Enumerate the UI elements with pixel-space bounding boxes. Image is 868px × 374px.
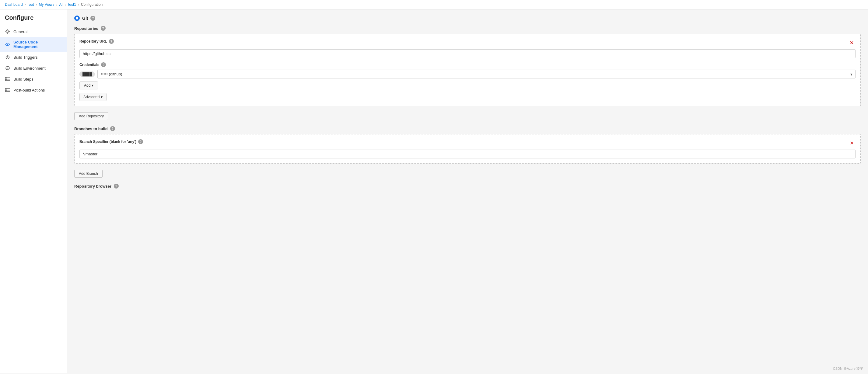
repository-card-inner: Repository URL ? ✕ Credentials ? ████ bbox=[74, 34, 860, 106]
branch-specifier-card-inner: Branch Specifier (blank for 'any') ? ✕ bbox=[74, 134, 860, 163]
add-repository-row: Add Repository bbox=[74, 112, 861, 120]
breadcrumb-all[interactable]: All bbox=[59, 2, 63, 7]
add-branch-row: Add Branch bbox=[74, 170, 861, 177]
breadcrumb: Dashboard › root › My Views › All › test… bbox=[0, 0, 868, 9]
list-icon bbox=[5, 76, 10, 82]
breadcrumb-sep-4: › bbox=[65, 2, 66, 7]
branch-specifier-label: Branch Specifier (blank for 'any') ? bbox=[80, 139, 143, 144]
branch-specifier-help-icon[interactable]: ? bbox=[138, 139, 143, 144]
branches-to-build-section: Branches to build ? Branch Specifier (bl… bbox=[74, 126, 861, 164]
repo-url-help-icon[interactable]: ? bbox=[109, 39, 114, 44]
add-credentials-button[interactable]: Add ▾ bbox=[80, 81, 98, 90]
advanced-chevron-icon: ▾ bbox=[101, 95, 102, 99]
svg-rect-3 bbox=[5, 77, 6, 78]
add-button-row: Add ▾ bbox=[80, 81, 856, 90]
sidebar-scm-label: Source Code Management bbox=[13, 40, 62, 49]
sidebar-item-post-build-actions[interactable]: Post-build Actions bbox=[0, 84, 67, 96]
sidebar-build-steps-label: Build Steps bbox=[13, 77, 33, 81]
breadcrumb-dashboard[interactable]: Dashboard bbox=[5, 2, 23, 7]
add-branch-button[interactable]: Add Branch bbox=[74, 170, 102, 177]
sidebar-post-build-label: Post-build Actions bbox=[13, 88, 45, 93]
watermark: CSDN @Azure 凌宇 bbox=[833, 366, 863, 371]
repo-url-close-button[interactable]: ✕ bbox=[848, 39, 856, 46]
credentials-select-wrapper: ••••• (github) ▾ bbox=[97, 70, 856, 78]
sidebar-item-source-code-management[interactable]: Source Code Management bbox=[0, 37, 67, 52]
sidebar-item-build-environment[interactable]: Build Environment bbox=[0, 63, 67, 74]
breadcrumb-sep-3: › bbox=[56, 2, 58, 7]
git-help-icon[interactable]: ? bbox=[90, 16, 95, 21]
breadcrumb-sep-1: › bbox=[25, 2, 26, 7]
repositories-title-row: Repositories ? bbox=[74, 26, 861, 31]
sidebar: Configure General Source Code Management bbox=[0, 9, 67, 373]
credentials-select[interactable]: ••••• (github) bbox=[97, 70, 856, 78]
sidebar-item-general[interactable]: General bbox=[0, 26, 67, 37]
sidebar-item-build-triggers[interactable]: Build Triggers bbox=[0, 52, 67, 63]
branch-specifier-input[interactable] bbox=[80, 149, 856, 159]
git-label: Git bbox=[82, 16, 88, 21]
branch-specifier-close-button[interactable]: ✕ bbox=[848, 140, 856, 146]
add-repository-button[interactable]: Add Repository bbox=[74, 112, 108, 120]
repo-url-input[interactable] bbox=[80, 49, 856, 58]
credentials-badge: ████ bbox=[80, 71, 95, 77]
globe-icon bbox=[5, 65, 10, 71]
branch-specifier-field-row: Branch Specifier (blank for 'any') ? ✕ bbox=[80, 139, 856, 146]
repo-browser-label: Repository browser bbox=[74, 184, 112, 189]
credentials-label: Credentials ? bbox=[80, 62, 856, 67]
breadcrumb-sep-5: › bbox=[78, 2, 79, 7]
svg-rect-5 bbox=[5, 80, 6, 81]
action-icon bbox=[5, 87, 10, 93]
sidebar-item-build-steps[interactable]: Build Steps bbox=[0, 74, 67, 84]
dropdown-arrow-icon: ▾ bbox=[92, 83, 93, 88]
repositories-help-icon[interactable]: ? bbox=[101, 26, 105, 31]
svg-rect-6 bbox=[5, 88, 6, 89]
git-section-header: Git ? bbox=[74, 15, 861, 21]
breadcrumb-sep-2: › bbox=[36, 2, 37, 7]
branches-title-row: Branches to build ? bbox=[74, 126, 861, 131]
credentials-row: ████ ••••• (github) ▾ bbox=[80, 70, 856, 78]
git-radio[interactable] bbox=[74, 15, 80, 21]
svg-rect-8 bbox=[5, 91, 6, 92]
breadcrumb-root[interactable]: root bbox=[28, 2, 34, 7]
breadcrumb-myviews[interactable]: My Views bbox=[39, 2, 54, 7]
clock-icon bbox=[5, 55, 10, 60]
breadcrumb-current: Configuration bbox=[81, 2, 102, 7]
repo-url-field-row: Repository URL ? ✕ bbox=[80, 39, 856, 46]
credentials-help-icon[interactable]: ? bbox=[101, 62, 106, 67]
advanced-button-row: Advanced ▾ bbox=[80, 93, 856, 101]
sidebar-general-label: General bbox=[13, 30, 27, 34]
repo-url-label: Repository URL ? bbox=[80, 39, 114, 44]
repository-card: Repository URL ? ✕ Credentials ? ████ bbox=[74, 34, 861, 106]
sidebar-title: Configure bbox=[0, 14, 67, 26]
repositories-label: Repositories bbox=[74, 26, 98, 31]
gear-icon bbox=[5, 29, 10, 34]
svg-rect-7 bbox=[5, 90, 6, 91]
branches-help-icon[interactable]: ? bbox=[110, 126, 115, 131]
breadcrumb-test1[interactable]: test1 bbox=[68, 2, 76, 7]
main-content: Git ? Repositories ? Repository URL ? bbox=[67, 9, 868, 373]
advanced-button[interactable]: Advanced ▾ bbox=[80, 93, 106, 101]
sidebar-build-triggers-label: Build Triggers bbox=[13, 55, 37, 60]
sidebar-build-env-label: Build Environment bbox=[13, 66, 45, 71]
repositories-section: Repositories ? Repository URL ? ✕ bbox=[74, 26, 861, 106]
svg-rect-4 bbox=[5, 79, 6, 80]
code-icon bbox=[5, 42, 10, 47]
repo-browser-title-row: Repository browser ? bbox=[74, 184, 861, 189]
repo-browser-help-icon[interactable]: ? bbox=[114, 184, 119, 189]
svg-point-0 bbox=[7, 31, 8, 33]
branch-specifier-card: Branch Specifier (blank for 'any') ? ✕ bbox=[74, 134, 861, 164]
branches-label: Branches to build bbox=[74, 127, 108, 131]
